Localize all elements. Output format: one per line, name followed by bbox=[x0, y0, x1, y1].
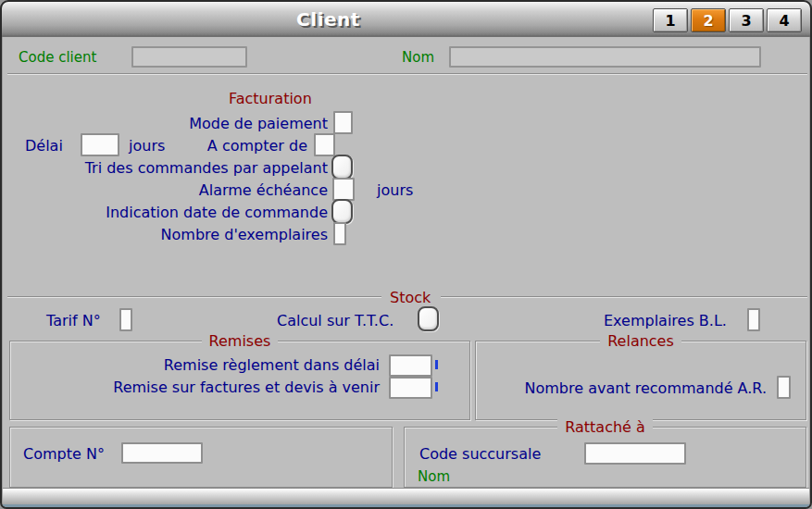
rattache-nom-label: Nom bbox=[418, 468, 450, 485]
a-compter-de-field[interactable] bbox=[314, 133, 335, 156]
nombre-avant-ar-label: Nombre avant recommandé A.R. bbox=[489, 379, 767, 397]
nombre-exemplaires-field[interactable] bbox=[333, 222, 346, 245]
nom-label: Nom bbox=[402, 49, 434, 66]
tarif-field[interactable] bbox=[119, 308, 132, 331]
header-divider bbox=[7, 73, 807, 75]
tab-4[interactable]: 4 bbox=[767, 8, 802, 32]
facturation-section-title: Facturation bbox=[229, 90, 312, 107]
clipped-percent-mark bbox=[435, 360, 438, 369]
indication-date-checkbox[interactable] bbox=[331, 199, 353, 224]
delai-label: Délai bbox=[25, 137, 63, 155]
calcul-ttc-label: Calcul sur T.T.C. bbox=[277, 312, 394, 329]
stock-divider-left bbox=[7, 296, 381, 298]
title-bar: Client 1 2 3 4 bbox=[2, 2, 810, 37]
code-succursale-field[interactable] bbox=[584, 442, 686, 465]
page-tabs: 1 2 3 4 bbox=[653, 8, 802, 32]
client-form-window: Client 1 2 3 4 Code client Nom Facturati… bbox=[0, 0, 812, 509]
exemplaires-bl-label: Exemplaires B.L. bbox=[604, 312, 727, 329]
remise-reglement-field[interactable] bbox=[389, 354, 432, 377]
relances-section-title: Relances bbox=[600, 332, 681, 350]
stock-section-title: Stock bbox=[390, 289, 431, 306]
tab-3[interactable]: 3 bbox=[729, 8, 764, 32]
window-title: Client bbox=[2, 8, 655, 31]
code-client-input[interactable] bbox=[131, 46, 247, 68]
nom-input[interactable] bbox=[449, 46, 761, 68]
relances-panel: Relances Nombre avant recommandé A.R. bbox=[475, 341, 806, 420]
remise-reglement-label: Remise règlement dans délai bbox=[21, 356, 380, 374]
calcul-ttc-checkbox[interactable] bbox=[418, 306, 439, 331]
tri-commandes-label: Tri des commandes par appelant bbox=[20, 159, 328, 177]
remises-panel: Remises Remise règlement dans délai Remi… bbox=[9, 341, 470, 420]
window-bottom-accent bbox=[3, 504, 809, 507]
compte-panel: Compte N° bbox=[9, 427, 393, 488]
alarme-echeance-field[interactable] bbox=[332, 178, 355, 201]
a-compter-de-label: A compter de bbox=[169, 137, 307, 155]
exemplaires-bl-field[interactable] bbox=[747, 308, 760, 331]
indication-date-label: Indication date de commande bbox=[20, 204, 328, 221]
rattache-panel: Rattaché à Code succursale Nom bbox=[404, 427, 806, 488]
alarme-echeance-suffix: jours bbox=[377, 181, 413, 199]
code-client-label: Code client bbox=[19, 49, 96, 66]
mode-paiement-label: Mode de paiement bbox=[20, 115, 328, 132]
remise-factures-label: Remise sur factures et devis à venir bbox=[21, 379, 380, 396]
clipped-percent-mark bbox=[435, 382, 438, 391]
compte-field[interactable] bbox=[121, 442, 203, 464]
tarif-label: Tarif N° bbox=[46, 312, 101, 329]
tab-1[interactable]: 1 bbox=[653, 8, 688, 32]
stock-divider-right bbox=[441, 296, 807, 298]
alarme-echeance-label: Alarme échéance bbox=[20, 181, 328, 199]
nombre-exemplaires-label: Nombre d'exemplaires bbox=[20, 226, 328, 243]
mode-paiement-field[interactable] bbox=[333, 111, 353, 134]
delai-suffix: jours bbox=[129, 137, 165, 155]
status-bar bbox=[3, 488, 809, 504]
rattache-section-title: Rattaché à bbox=[557, 418, 653, 436]
compte-label: Compte N° bbox=[23, 445, 105, 463]
remises-section-title: Remises bbox=[202, 332, 279, 350]
tab-2[interactable]: 2 bbox=[691, 8, 726, 32]
remise-factures-field[interactable] bbox=[389, 377, 432, 399]
tri-commandes-checkbox[interactable] bbox=[331, 155, 353, 180]
nombre-avant-ar-field[interactable] bbox=[777, 376, 791, 399]
delai-field[interactable] bbox=[81, 133, 119, 156]
code-succursale-label: Code succursale bbox=[419, 445, 541, 463]
